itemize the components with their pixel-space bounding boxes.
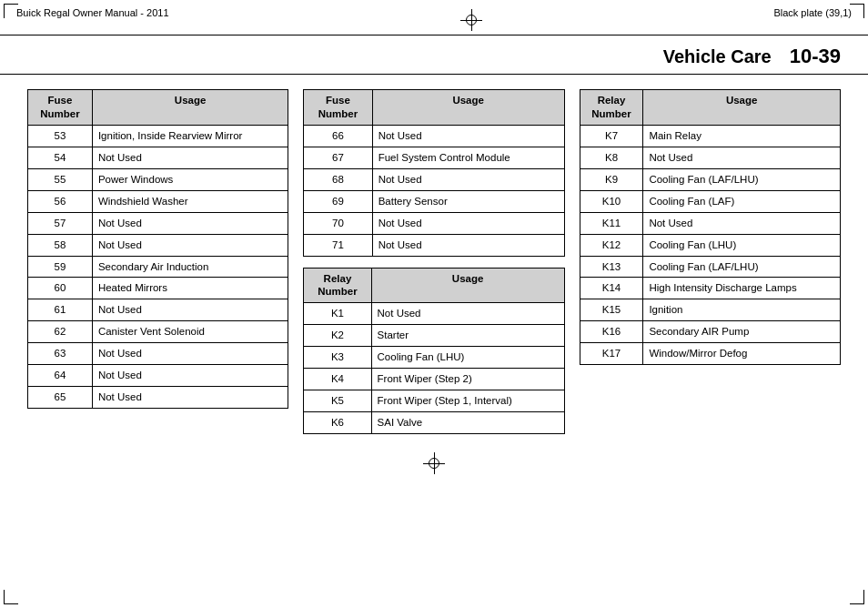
table-row: 70Not Used [304, 212, 564, 234]
row-usage: Not Used [92, 387, 288, 409]
row-number: 60 [28, 278, 93, 299]
row-usage: Not Used [372, 234, 564, 256]
relay-table-1: RelayNumber Usage K1Not UsedK2StarterK3C… [303, 268, 564, 435]
row-number: 69 [304, 190, 372, 212]
row-number: K9 [580, 168, 643, 190]
table-row: 68Not Used [304, 168, 564, 190]
row-number: K2 [304, 325, 371, 347]
table3-col1-header: RelayNumber [304, 268, 371, 303]
table-row: K9Cooling Fan (LAF/LHU) [580, 168, 840, 190]
corner-mark-br [850, 590, 864, 604]
row-usage: Cooling Fan (LAF/LHU) [643, 256, 841, 278]
header-right-text: Black plate (39,1) [773, 7, 852, 18]
corner-mark-tr [850, 4, 864, 18]
row-number: K1 [304, 303, 371, 325]
row-number: K10 [580, 190, 643, 212]
row-usage: Not Used [92, 365, 288, 387]
row-number: 54 [28, 147, 93, 168]
row-usage: Cooling Fan (LHU) [643, 234, 841, 256]
bottom-crosshair-icon [423, 452, 445, 474]
row-number: K5 [304, 390, 371, 412]
bottom-crosshair-circle [429, 458, 439, 469]
table-row: K12Cooling Fan (LHU) [580, 234, 840, 256]
table-row: K11Not Used [580, 212, 840, 234]
row-usage: Not Used [92, 343, 288, 365]
table4-col2-header: Usage [643, 90, 841, 126]
table4-col1-header: RelayNumber [580, 90, 643, 126]
row-number: 56 [28, 190, 93, 212]
fuse-table-2: FuseNumber Usage 66Not Used67Fuel System… [303, 89, 564, 257]
corner-mark-bl [4, 590, 18, 604]
row-usage: Windshield Washer [92, 190, 288, 212]
table-row: K14High Intensity Discharge Lamps [580, 278, 840, 299]
row-usage: Front Wiper (Step 2) [371, 369, 564, 390]
table1-col2-header: Usage [92, 90, 288, 126]
content-area: FuseNumber Usage 53Ignition, Inside Rear… [0, 89, 868, 434]
row-usage: Cooling Fan (LAF) [643, 190, 841, 212]
table-row: 58Not Used [28, 234, 288, 256]
row-number: 53 [28, 125, 93, 147]
fuse-table-1-section: FuseNumber Usage 53Ignition, Inside Rear… [27, 89, 288, 434]
page-title-number: 10-39 [790, 45, 841, 68]
row-usage: Window/Mirror Defog [643, 343, 841, 365]
relay-table-2: RelayNumber Usage K7Main RelayK8Not Used… [580, 89, 841, 365]
row-usage: Secondary Air Induction [92, 256, 288, 278]
table-row: 56Windshield Washer [28, 190, 288, 212]
page-title-section: Vehicle Care [663, 46, 772, 67]
table-row: 64Not Used [28, 365, 288, 387]
row-usage: Cooling Fan (LAF/LHU) [643, 168, 841, 190]
row-number: 58 [28, 234, 93, 256]
row-usage: Cooling Fan (LHU) [371, 347, 564, 369]
page-title-bar: Vehicle Care 10-39 [0, 35, 868, 75]
table-row: K17Window/Mirror Defog [580, 343, 840, 365]
table-row: K5Front Wiper (Step 1, Interval) [304, 390, 564, 412]
row-number: 70 [304, 212, 372, 234]
row-number: K12 [580, 234, 643, 256]
table-row: 63Not Used [28, 343, 288, 365]
table-row: 57Not Used [28, 212, 288, 234]
row-number: K15 [580, 299, 643, 321]
header-left-text: Buick Regal Owner Manual - 2011 [16, 7, 169, 18]
row-usage: Not Used [371, 303, 564, 325]
row-usage: Ignition, Inside Rearview Mirror [92, 125, 288, 147]
row-usage: Secondary AIR Pump [643, 321, 841, 343]
row-usage: Fuel System Control Module [372, 147, 564, 168]
crosshair-circle [466, 15, 477, 25]
row-usage: Ignition [643, 299, 841, 321]
row-usage: Battery Sensor [372, 190, 564, 212]
table-row: 61Not Used [28, 299, 288, 321]
header-right: Black plate (39,1) [773, 7, 852, 18]
row-number: K11 [580, 212, 643, 234]
table-row: K6SAI Valve [304, 412, 564, 434]
table-row: K3Cooling Fan (LHU) [304, 347, 564, 369]
table3-col2-header: Usage [371, 268, 564, 303]
header-center [460, 7, 482, 31]
row-number: 55 [28, 168, 93, 190]
table-row: 69Battery Sensor [304, 190, 564, 212]
fuse-table-1: FuseNumber Usage 53Ignition, Inside Rear… [27, 89, 288, 409]
row-usage: Front Wiper (Step 1, Interval) [371, 390, 564, 412]
table-row: 71Not Used [304, 234, 564, 256]
table-row: K7Main Relay [580, 125, 840, 147]
table-row: 65Not Used [28, 387, 288, 409]
row-usage: Not Used [372, 168, 564, 190]
row-number: 59 [28, 256, 93, 278]
row-number: K3 [304, 347, 371, 369]
row-usage: Not Used [92, 234, 288, 256]
row-usage: Not Used [372, 212, 564, 234]
row-number: 71 [304, 234, 372, 256]
relay-table-2-section: RelayNumber Usage K7Main RelayK8Not Used… [580, 89, 841, 434]
row-usage: Main Relay [643, 125, 841, 147]
header-crosshair [460, 9, 482, 31]
row-number: 67 [304, 147, 372, 168]
row-number: 64 [28, 365, 93, 387]
table-row: K2Starter [304, 325, 564, 347]
table-row: K1Not Used [304, 303, 564, 325]
header-left: Buick Regal Owner Manual - 2011 [16, 7, 169, 18]
row-usage: Starter [371, 325, 564, 347]
table-row: 59Secondary Air Induction [28, 256, 288, 278]
row-usage: Not Used [643, 212, 841, 234]
row-usage: Heated Mirrors [92, 278, 288, 299]
table1-col1-header: FuseNumber [28, 90, 93, 126]
table-row: 66Not Used [304, 125, 564, 147]
